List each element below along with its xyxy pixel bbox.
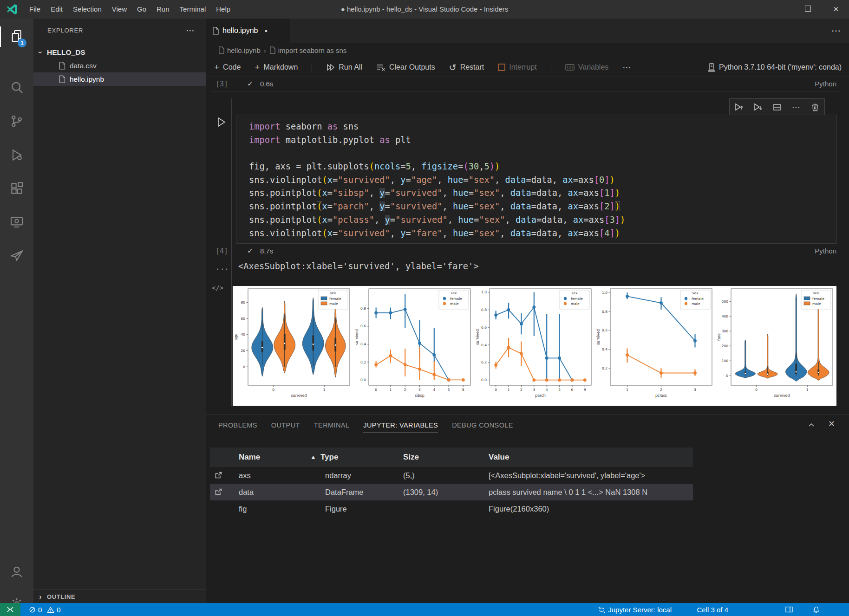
cell-language-picker[interactable]: Python — [815, 80, 836, 88]
open-in-viewer-button[interactable] — [215, 471, 222, 479]
close-panel-icon[interactable]: ✕ — [828, 419, 835, 429]
cell-type: ndarray — [325, 467, 351, 484]
add-code-cell-button[interactable]: +Code — [214, 63, 241, 71]
maximize-icon[interactable] — [795, 0, 821, 19]
delete-cell-button[interactable] — [807, 100, 823, 114]
minimize-icon[interactable]: — — [767, 0, 793, 19]
panel-tab-jupyter-variables[interactable]: JUPYTER: VARIABLES — [363, 415, 438, 436]
kernel-picker[interactable]: Python 3.7.10 64-bit ('myenv': conda) — [708, 63, 842, 72]
trash-icon — [810, 103, 820, 112]
close-icon[interactable]: ✕ — [823, 0, 849, 19]
sidebar-item-run-debug[interactable] — [0, 142, 33, 169]
sidebar-item-explorer[interactable]: 1 — [0, 23, 33, 50]
run-above-button[interactable] — [731, 100, 747, 114]
add-markdown-cell-button[interactable]: +Markdown — [255, 63, 298, 71]
menu-view[interactable]: View — [107, 0, 132, 19]
column-header-value[interactable]: Value — [489, 447, 509, 467]
tab-label: hello.ipynb — [222, 26, 258, 35]
table-row-axs[interactable]: axsndarray(5,)[<AxesSubplot:xlabel='surv… — [210, 467, 693, 484]
menu-selection[interactable]: Selection — [68, 0, 107, 19]
restart-button[interactable]: ↺ Restart — [449, 62, 484, 72]
code-lines: import seaborn as snsimport matplotlib.p… — [249, 120, 625, 240]
table-row-fig[interactable]: figFigureFigure(2160x360) — [210, 500, 693, 517]
column-header-name[interactable]: Name — [239, 447, 260, 467]
column-header-type[interactable]: Type — [320, 447, 338, 467]
svg-text:survived: survived — [355, 329, 359, 345]
notifications-button[interactable] — [812, 603, 820, 616]
cell-more-actions-icon[interactable]: ⋯ — [788, 100, 804, 114]
clear-outputs-button[interactable]: Clear Outputs — [376, 63, 435, 71]
output-more-icon[interactable]: ... — [216, 263, 229, 272]
status-bar: 0 0 Jupyter Server: local Cell 3 of 4 — [0, 603, 849, 616]
paper-plane-icon — [9, 248, 24, 263]
cell-execution-time: 0.6s — [260, 80, 273, 88]
cell-execution-count: [4] — [216, 247, 228, 255]
editor-layout-button[interactable] — [785, 603, 793, 616]
panel-tab-problems[interactable]: PROBLEMS — [218, 415, 257, 436]
cell-execution-count: [3] — [216, 80, 228, 88]
breadcrumb-file[interactable]: hello.ipynb — [227, 46, 261, 54]
file-data-csv[interactable]: data.csv — [33, 59, 206, 72]
plus-icon: + — [214, 64, 219, 71]
sidebar-item-remote-explorer[interactable] — [0, 209, 33, 236]
panel-tab-output[interactable]: OUTPUT — [271, 415, 300, 436]
interrupt-button: Interrupt — [498, 63, 537, 71]
svg-text:0.2: 0.2 — [481, 360, 487, 364]
menu-file[interactable]: File — [24, 0, 46, 19]
toolbar-more-actions-icon[interactable]: ⋯ — [622, 62, 631, 72]
maximize-panel-icon[interactable] — [807, 421, 816, 429]
panel-tab-terminal[interactable]: TERMINAL — [314, 415, 350, 436]
search-icon — [9, 80, 24, 95]
svg-text:male: male — [692, 302, 700, 306]
tab-hello-ipynb[interactable]: hello.ipynb ● — [206, 19, 290, 43]
jupyter-server-status[interactable]: Jupyter Server: local — [598, 603, 672, 616]
menu-go[interactable]: Go — [132, 0, 151, 19]
svg-text:pclass: pclass — [655, 394, 667, 398]
menu-terminal[interactable]: Terminal — [175, 0, 211, 19]
svg-text:60: 60 — [241, 317, 245, 321]
run-cell-button[interactable] — [217, 117, 226, 127]
remote-indicator[interactable] — [0, 603, 20, 616]
account-button[interactable] — [0, 558, 33, 585]
svg-text:1: 1 — [323, 388, 326, 392]
svg-text:female: female — [812, 297, 824, 301]
sidebar-item-search[interactable] — [0, 74, 33, 101]
sidebar-item-source-control[interactable] — [0, 108, 33, 135]
menu-help[interactable]: Help — [211, 0, 235, 19]
panel-tab-debug-console[interactable]: DEBUG CONSOLE — [452, 415, 513, 436]
split-cell-button[interactable] — [769, 100, 785, 114]
menu-edit[interactable]: Edit — [46, 0, 68, 19]
explorer-more-actions-icon[interactable]: ⋯ — [186, 25, 195, 36]
sidebar-item-extensions[interactable] — [0, 175, 33, 202]
open-in-viewer-button[interactable] — [215, 488, 222, 496]
run-below-button[interactable] — [750, 100, 766, 114]
cell-language-picker[interactable]: Python — [815, 247, 836, 255]
svg-text:sex: sex — [330, 291, 336, 295]
bottom-panel: PROBLEMSOUTPUTTERMINALJUPYTER: VARIABLES… — [206, 414, 849, 603]
editor-actions-more-icon[interactable]: ⋯ — [831, 25, 841, 36]
file-name: data.csv — [70, 62, 97, 70]
sidebar-title: EXPLORER — [47, 27, 83, 34]
menu-run[interactable]: Run — [151, 0, 175, 19]
account-icon — [9, 564, 24, 579]
change-presentation-icon[interactable]: </> — [212, 284, 223, 292]
table-row-data[interactable]: dataDataFrame(1309, 14)pclass survived n… — [210, 484, 693, 500]
svg-text:male: male — [812, 302, 821, 306]
svg-text:1: 1 — [390, 388, 392, 392]
breadcrumb-symbol[interactable]: import seaborn as sns — [278, 46, 347, 54]
sidebar-item-jupyter[interactable] — [0, 242, 33, 269]
svg-text:1.0: 1.0 — [602, 291, 607, 295]
column-header-size[interactable]: Size — [403, 447, 419, 467]
problems-status[interactable]: 0 0 — [29, 603, 61, 616]
folder-row-hello-ds[interactable]: › HELLO_DS — [33, 45, 206, 59]
cell-indicator[interactable]: Cell 3 of 4 — [697, 603, 728, 616]
run-debug-icon — [9, 148, 24, 162]
file-hello-ipynb[interactable]: hello.ipynb — [33, 72, 206, 86]
svg-text:2: 2 — [660, 388, 662, 392]
cell-name: axs — [239, 467, 251, 484]
outline-section[interactable]: › OUTLINE — [33, 590, 206, 603]
plus-icon: + — [255, 64, 260, 71]
run-all-button[interactable]: Run All — [326, 63, 362, 71]
code-editor[interactable]: import seaborn as snsimport matplotlib.p… — [236, 115, 837, 244]
svg-text:3: 3 — [694, 388, 696, 392]
